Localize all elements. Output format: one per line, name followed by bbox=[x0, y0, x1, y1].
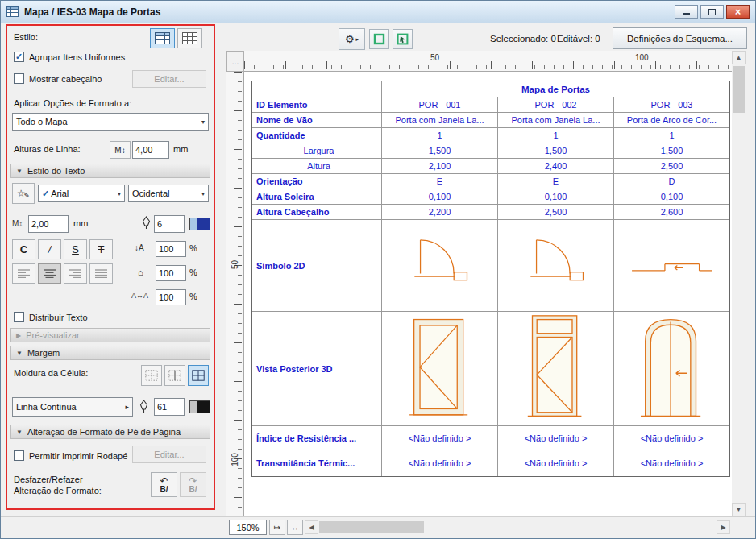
row-height-input[interactable] bbox=[132, 141, 169, 159]
table-cell[interactable] bbox=[252, 81, 382, 97]
italic-button[interactable]: / bbox=[38, 239, 61, 259]
table-cell[interactable]: 2,100 bbox=[382, 159, 498, 174]
select-elements-button[interactable] bbox=[393, 29, 413, 49]
title-bar[interactable]: Mapa / IES-03 Mapa de Portas × bbox=[1, 1, 755, 23]
text-pen-input[interactable] bbox=[154, 215, 185, 233]
style-grouped-button[interactable] bbox=[150, 28, 175, 48]
minimize-button[interactable] bbox=[675, 5, 698, 19]
scheme-settings-button[interactable]: Definições do Esquema... bbox=[613, 27, 747, 49]
format-scope-combo[interactable]: Todo o Mapa ▾ bbox=[12, 113, 209, 131]
ruler-options-button[interactable]: ... bbox=[226, 51, 244, 72]
row-label[interactable]: Índice de Resistência ... bbox=[252, 426, 382, 450]
section-footer-format[interactable]: ▼ Alteração de Formato de Pé de Página bbox=[10, 425, 210, 439]
fit-width-button[interactable]: ↔ bbox=[287, 520, 303, 535]
settings-menu-button[interactable]: ⚙ ▸ bbox=[339, 28, 365, 50]
table-cell[interactable]: 2,600 bbox=[614, 205, 729, 220]
section-preview[interactable]: ▶ Pré-visualizar bbox=[10, 328, 210, 342]
frame-pen-input[interactable] bbox=[154, 398, 185, 416]
scroll-down-button[interactable]: ▼ bbox=[732, 503, 746, 516]
row-label[interactable]: ID Elemento bbox=[252, 97, 382, 113]
table-cell[interactable]: 2,500 bbox=[498, 205, 614, 220]
edit-footer-button[interactable]: Editar... bbox=[132, 446, 206, 463]
table-cell[interactable]: <Não definido > bbox=[382, 450, 498, 476]
line-type-popup[interactable]: Linha Contínua ▸ bbox=[12, 397, 133, 417]
scroll-right-button[interactable]: ▶ bbox=[717, 520, 730, 534]
table-cell[interactable]: 2,500 bbox=[614, 159, 729, 174]
vertical-scrollbar[interactable]: ▲ ▼ bbox=[732, 51, 746, 516]
undo-format-button[interactable]: ↶ B/ bbox=[151, 472, 177, 497]
schedule-canvas[interactable]: Mapa de Portas ID Elemento POR - 001 POR… bbox=[244, 72, 732, 516]
text-pen-color-swatch[interactable] bbox=[189, 218, 210, 230]
row-sublabel[interactable]: Altura bbox=[252, 159, 382, 174]
frame-none-button[interactable] bbox=[141, 365, 162, 386]
char-spacing-input[interactable] bbox=[156, 289, 186, 305]
frame-all-button[interactable] bbox=[188, 365, 209, 386]
script-combo[interactable]: Ocidental ▾ bbox=[128, 185, 209, 202]
font-family-combo[interactable]: ✓ Arial ▾ bbox=[38, 185, 125, 202]
table-cell[interactable]: 1 bbox=[498, 128, 614, 143]
table-cell[interactable]: 0,100 bbox=[382, 189, 498, 205]
table-cell[interactable]: D bbox=[614, 174, 729, 189]
style-flat-button[interactable] bbox=[177, 28, 202, 48]
table-cell[interactable]: 2,400 bbox=[498, 159, 614, 174]
table-cell[interactable]: POR - 002 bbox=[498, 97, 614, 113]
row-sublabel[interactable]: Largura bbox=[252, 143, 382, 159]
table-cell[interactable]: 0,100 bbox=[498, 189, 614, 205]
table-cell[interactable]: <Não definido > bbox=[382, 426, 498, 450]
row-height-mode-button[interactable]: M↕ bbox=[110, 141, 131, 159]
maximize-button[interactable] bbox=[700, 5, 724, 19]
paragraph-spacing-input[interactable] bbox=[156, 265, 186, 281]
table-cell[interactable]: <Não definido > bbox=[498, 426, 614, 450]
frame-pen-color-swatch[interactable] bbox=[189, 400, 210, 413]
row-label[interactable]: Altura Cabeçalho bbox=[252, 205, 382, 220]
table-cell[interactable]: Porta com Janela La... bbox=[382, 113, 498, 128]
horizontal-scroll-thumb[interactable] bbox=[319, 521, 424, 533]
font-size-input[interactable] bbox=[28, 215, 69, 233]
align-right-button[interactable] bbox=[64, 263, 87, 284]
align-justify-button[interactable] bbox=[89, 263, 113, 284]
scroll-up-button[interactable]: ▲ bbox=[732, 51, 746, 64]
table-cell[interactable]: 1 bbox=[614, 128, 729, 143]
table-cell[interactable]: <Não definido > bbox=[498, 450, 614, 476]
table-cell[interactable]: 0,100 bbox=[614, 189, 729, 205]
align-left-button[interactable] bbox=[12, 263, 35, 284]
table-cell[interactable]: 2,200 bbox=[382, 205, 498, 220]
distribute-text-checkbox[interactable]: Distribuir Texto bbox=[14, 312, 88, 322]
zoom-level-control[interactable]: 150% bbox=[229, 520, 267, 535]
door-3d-view-2[interactable] bbox=[498, 312, 614, 426]
underline-button[interactable]: S bbox=[64, 239, 87, 259]
favorites-button[interactable]: ☆✎ bbox=[12, 183, 35, 204]
section-margin[interactable]: ▼ Margem bbox=[10, 346, 210, 360]
table-cell[interactable]: E bbox=[382, 174, 498, 189]
close-button[interactable]: × bbox=[726, 5, 750, 19]
table-cell[interactable]: Porta com Janela La... bbox=[498, 113, 614, 128]
table-cell[interactable]: <Não definido > bbox=[614, 450, 729, 476]
door-2d-symbol-1[interactable] bbox=[382, 220, 498, 312]
table-cell[interactable]: Porta de Arco de Cor... bbox=[614, 113, 729, 128]
line-spacing-input[interactable] bbox=[156, 241, 186, 257]
strikethrough-button[interactable]: T bbox=[89, 239, 113, 259]
row-label[interactable]: Símbolo 2D bbox=[252, 220, 382, 312]
row-label[interactable]: Nome de Vão bbox=[252, 113, 382, 128]
table-cell[interactable]: E bbox=[498, 174, 614, 189]
row-label[interactable]: Orientação bbox=[252, 174, 382, 189]
align-center-button[interactable] bbox=[38, 263, 61, 284]
allow-print-footer-checkbox[interactable]: Permitir Imprimir Rodapé bbox=[14, 450, 127, 461]
row-label[interactable]: Altura Soleira bbox=[252, 189, 382, 205]
table-cell[interactable]: 1,500 bbox=[382, 143, 498, 159]
section-text-style[interactable]: ▼ Estilo do Texto bbox=[10, 164, 210, 178]
show-header-checkbox[interactable]: Mostrar cabeçalho bbox=[14, 73, 102, 84]
table-cell[interactable]: 1,500 bbox=[614, 143, 729, 159]
horizontal-scrollbar[interactable] bbox=[318, 520, 717, 534]
door-3d-view-3[interactable] bbox=[614, 312, 729, 426]
zoom-step-button[interactable]: ↦ bbox=[269, 520, 285, 535]
table-cell[interactable]: POR - 003 bbox=[614, 97, 729, 113]
door-2d-symbol-2[interactable] bbox=[498, 220, 614, 312]
table-cell[interactable]: 1,500 bbox=[498, 143, 614, 159]
table-cell[interactable]: <Não definido > bbox=[614, 426, 729, 450]
frame-vertical-button[interactable] bbox=[164, 365, 185, 386]
scroll-left-button[interactable]: ◀ bbox=[305, 520, 318, 534]
group-uniform-items-checkbox[interactable]: ✓ Agrupar Itens Uniformes bbox=[14, 52, 125, 62]
row-label[interactable]: Transmitância Térmic... bbox=[252, 450, 382, 476]
door-3d-view-1[interactable] bbox=[382, 312, 498, 426]
